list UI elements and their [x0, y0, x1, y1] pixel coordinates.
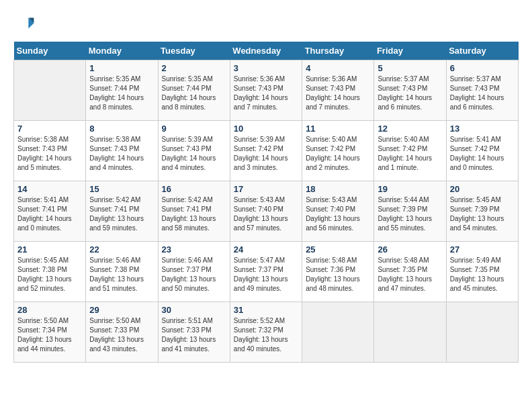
day-info: Sunrise: 5:52 AMSunset: 7:32 PMDaylight:… — [234, 316, 298, 354]
calendar-header-monday: Monday — [86, 42, 158, 60]
day-info: Sunrise: 5:41 AMSunset: 7:42 PMDaylight:… — [450, 135, 515, 173]
day-info: Sunrise: 5:43 AMSunset: 7:40 PMDaylight:… — [234, 195, 298, 233]
calendar-cell: 15Sunrise: 5:42 AMSunset: 7:41 PMDayligh… — [86, 181, 158, 242]
calendar-header-saturday: Saturday — [446, 42, 518, 60]
calendar-cell: 20Sunrise: 5:45 AMSunset: 7:39 PMDayligh… — [446, 181, 518, 242]
calendar-cell: 24Sunrise: 5:47 AMSunset: 7:37 PMDayligh… — [230, 242, 302, 302]
day-info: Sunrise: 5:44 AMSunset: 7:39 PMDaylight:… — [378, 195, 442, 233]
calendar-cell: 5Sunrise: 5:37 AMSunset: 7:43 PMDaylight… — [374, 60, 446, 121]
calendar-week-2: 7Sunrise: 5:38 AMSunset: 7:43 PMDaylight… — [14, 121, 519, 181]
day-info: Sunrise: 5:40 AMSunset: 7:42 PMDaylight:… — [306, 135, 370, 173]
day-number: 31 — [234, 305, 298, 315]
calendar-cell: 17Sunrise: 5:43 AMSunset: 7:40 PMDayligh… — [230, 181, 302, 242]
day-info: Sunrise: 5:50 AMSunset: 7:33 PMDaylight:… — [89, 316, 154, 354]
day-info: Sunrise: 5:38 AMSunset: 7:43 PMDaylight:… — [17, 135, 82, 173]
calendar-cell: 2Sunrise: 5:35 AMSunset: 7:44 PMDaylight… — [158, 60, 230, 121]
day-number: 3 — [234, 63, 298, 73]
day-info: Sunrise: 5:50 AMSunset: 7:34 PMDaylight:… — [17, 316, 82, 354]
calendar-cell: 9Sunrise: 5:39 AMSunset: 7:43 PMDaylight… — [158, 121, 230, 181]
calendar-cell: 23Sunrise: 5:46 AMSunset: 7:37 PMDayligh… — [158, 242, 230, 302]
calendar-header-friday: Friday — [374, 42, 446, 60]
calendar-cell: 29Sunrise: 5:50 AMSunset: 7:33 PMDayligh… — [86, 302, 158, 363]
calendar-cell: 3Sunrise: 5:36 AMSunset: 7:43 PMDaylight… — [230, 60, 302, 121]
calendar-cell: 27Sunrise: 5:49 AMSunset: 7:35 PMDayligh… — [446, 242, 518, 302]
calendar-cell: 21Sunrise: 5:45 AMSunset: 7:38 PMDayligh… — [14, 242, 86, 302]
day-number: 2 — [162, 63, 226, 73]
calendar-cell: 11Sunrise: 5:40 AMSunset: 7:42 PMDayligh… — [302, 121, 374, 181]
day-number: 13 — [450, 124, 515, 134]
calendar-cell: 13Sunrise: 5:41 AMSunset: 7:42 PMDayligh… — [446, 121, 518, 181]
day-info: Sunrise: 5:42 AMSunset: 7:41 PMDaylight:… — [89, 195, 154, 233]
calendar-cell: 26Sunrise: 5:48 AMSunset: 7:35 PMDayligh… — [374, 242, 446, 302]
day-info: Sunrise: 5:43 AMSunset: 7:40 PMDaylight:… — [306, 195, 370, 233]
day-number: 10 — [234, 124, 298, 134]
calendar-header-tuesday: Tuesday — [158, 42, 230, 60]
day-info: Sunrise: 5:42 AMSunset: 7:41 PMDaylight:… — [162, 195, 226, 233]
calendar-cell: 22Sunrise: 5:46 AMSunset: 7:38 PMDayligh… — [86, 242, 158, 302]
day-info: Sunrise: 5:35 AMSunset: 7:44 PMDaylight:… — [89, 75, 154, 112]
day-number: 15 — [89, 184, 154, 194]
calendar-week-1: 1Sunrise: 5:35 AMSunset: 7:44 PMDaylight… — [14, 60, 519, 121]
calendar-cell: 7Sunrise: 5:38 AMSunset: 7:43 PMDaylight… — [14, 121, 86, 181]
day-info: Sunrise: 5:47 AMSunset: 7:37 PMDaylight:… — [234, 256, 298, 293]
day-number: 21 — [17, 244, 82, 255]
day-number: 14 — [17, 184, 82, 194]
day-number: 8 — [89, 124, 154, 134]
calendar-cell — [446, 302, 518, 363]
day-number: 18 — [306, 184, 370, 194]
day-number: 4 — [306, 63, 370, 73]
day-info: Sunrise: 5:45 AMSunset: 7:38 PMDaylight:… — [17, 256, 82, 293]
calendar-week-4: 21Sunrise: 5:45 AMSunset: 7:38 PMDayligh… — [14, 242, 519, 302]
day-info: Sunrise: 5:46 AMSunset: 7:37 PMDaylight:… — [162, 256, 226, 293]
day-info: Sunrise: 5:40 AMSunset: 7:42 PMDaylight:… — [378, 135, 442, 173]
calendar-week-3: 14Sunrise: 5:41 AMSunset: 7:41 PMDayligh… — [14, 181, 519, 242]
calendar-cell: 14Sunrise: 5:41 AMSunset: 7:41 PMDayligh… — [14, 181, 86, 242]
page-header — [13, 13, 519, 35]
calendar-header-wednesday: Wednesday — [230, 42, 302, 60]
day-info: Sunrise: 5:37 AMSunset: 7:43 PMDaylight:… — [450, 75, 515, 112]
calendar-cell: 30Sunrise: 5:51 AMSunset: 7:33 PMDayligh… — [158, 302, 230, 363]
calendar-cell: 18Sunrise: 5:43 AMSunset: 7:40 PMDayligh… — [302, 181, 374, 242]
logo — [13, 13, 38, 35]
calendar-header-sunday: Sunday — [14, 42, 86, 60]
calendar-cell: 8Sunrise: 5:38 AMSunset: 7:43 PMDaylight… — [86, 121, 158, 181]
day-info: Sunrise: 5:35 AMSunset: 7:44 PMDaylight:… — [162, 75, 226, 112]
day-info: Sunrise: 5:39 AMSunset: 7:43 PMDaylight:… — [162, 135, 226, 173]
day-number: 12 — [378, 124, 442, 134]
day-number: 7 — [17, 124, 82, 134]
calendar-cell: 1Sunrise: 5:35 AMSunset: 7:44 PMDaylight… — [86, 60, 158, 121]
day-info: Sunrise: 5:41 AMSunset: 7:41 PMDaylight:… — [17, 195, 82, 233]
calendar-cell: 16Sunrise: 5:42 AMSunset: 7:41 PMDayligh… — [158, 181, 230, 242]
day-info: Sunrise: 5:37 AMSunset: 7:43 PMDaylight:… — [378, 75, 442, 112]
day-number: 6 — [450, 63, 515, 73]
calendar-table: SundayMondayTuesdayWednesdayThursdayFrid… — [13, 42, 519, 363]
calendar-cell: 4Sunrise: 5:36 AMSunset: 7:43 PMDaylight… — [302, 60, 374, 121]
calendar-week-5: 28Sunrise: 5:50 AMSunset: 7:34 PMDayligh… — [14, 302, 519, 363]
day-number: 5 — [378, 63, 442, 73]
calendar-cell: 19Sunrise: 5:44 AMSunset: 7:39 PMDayligh… — [374, 181, 446, 242]
day-number: 29 — [89, 305, 154, 315]
day-info: Sunrise: 5:36 AMSunset: 7:43 PMDaylight:… — [306, 75, 370, 112]
day-number: 27 — [450, 244, 515, 255]
day-info: Sunrise: 5:38 AMSunset: 7:43 PMDaylight:… — [89, 135, 154, 173]
day-number: 1 — [89, 63, 154, 73]
calendar-cell — [14, 60, 86, 121]
calendar-cell: 28Sunrise: 5:50 AMSunset: 7:34 PMDayligh… — [14, 302, 86, 363]
day-number: 9 — [162, 124, 226, 134]
day-info: Sunrise: 5:48 AMSunset: 7:35 PMDaylight:… — [378, 256, 442, 293]
day-number: 28 — [17, 305, 82, 315]
calendar-cell — [302, 302, 374, 363]
day-number: 25 — [306, 244, 370, 255]
day-info: Sunrise: 5:49 AMSunset: 7:35 PMDaylight:… — [450, 256, 515, 293]
day-number: 17 — [234, 184, 298, 194]
day-number: 16 — [162, 184, 226, 194]
logo-icon — [13, 13, 35, 35]
calendar-header-row: SundayMondayTuesdayWednesdayThursdayFrid… — [14, 42, 519, 60]
day-number: 20 — [450, 184, 515, 194]
day-number: 30 — [162, 305, 226, 315]
day-info: Sunrise: 5:45 AMSunset: 7:39 PMDaylight:… — [450, 195, 515, 233]
calendar-cell: 25Sunrise: 5:48 AMSunset: 7:36 PMDayligh… — [302, 242, 374, 302]
day-info: Sunrise: 5:48 AMSunset: 7:36 PMDaylight:… — [306, 256, 370, 293]
day-number: 24 — [234, 244, 298, 255]
day-number: 23 — [162, 244, 226, 255]
